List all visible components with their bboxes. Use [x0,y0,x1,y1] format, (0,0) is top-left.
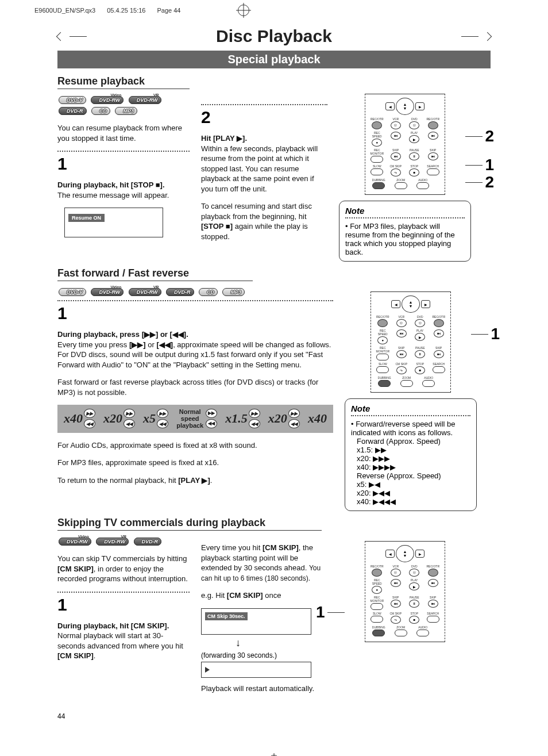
speed-x20: x20▶▶◀◀ [103,409,135,428]
callout-1: 1 [491,325,500,343]
ff-step1-num: 1 [57,305,333,322]
resume-step2-cancel: To cancel resuming and start disc playba… [201,201,327,241]
ff-heading: Fast forward / Fast reverse [57,267,253,281]
separator [57,592,190,593]
separator [201,104,327,105]
badge: VideoDVD-RW [91,288,124,296]
cmskip-label: CM Skip 30sec. [205,612,248,620]
speed-x40: x40▶▶◀◀ [64,409,95,428]
ff-para3: For Audio CDs, approximate speed is fixe… [57,440,333,451]
cmskip-step1-num: 1 [57,596,190,613]
resume-badges: DVD-V VideoDVD-RW VRDVD-RW DVD-R CD MP3 [57,94,190,116]
resume-on-display: Resume ON [64,208,163,237]
badge: VideoDVD-RW [59,538,91,546]
badge: DVD-R [166,288,194,296]
cmskip-badges: VideoDVD-RW VRDVD-RW DVD-R [57,535,190,546]
callout-1: 1 [316,603,325,621]
ff-para5: To return to the normal playback, hit [P… [57,475,333,486]
ff-step1-text: During playback, press [▶▶] or [◀◀]. Eve… [57,329,333,370]
note-speed: x5: ▶◀ [357,480,470,489]
chevron-right-icon [483,32,492,41]
resume-on-label: Resume ON [68,214,105,222]
cmskip-intro: You can skip TV commercials by hitting [… [57,554,190,584]
remote-illustration-3: ◀ ▲▼ ▶ REC/OTR VCR⦾ DVD⦾ REC/OTR REC SPE… [339,541,471,642]
resume-heading: Resume playback [57,75,190,89]
resume-step2: Hit [PLAY ▶].Within a few seconds, playb… [201,133,327,194]
callout-2b: 2 [485,173,494,191]
speed-x5: x5▶▶◀◀ [143,409,168,428]
resume-intro: You can resume playback from where you s… [57,123,190,143]
doc-filename: E9600UD_EN/SP.qx3 [34,7,95,14]
cmskip-restart: Playback will restart automatically. [201,684,327,694]
badge-dvdrw-vr: VRDVD-RW [129,96,161,104]
note-speed: x20: ▶◀◀ [357,489,470,497]
doc-timestamp: 05.4.25 15:16 [107,7,145,14]
note-speed: x40: ▶◀◀◀ [357,497,470,506]
badge-dvdrw-video: VideoDVD-RW [91,96,124,104]
badge: VRDVD-RW [96,538,129,546]
ff-para2: Fast forward or fast reverse playback ac… [57,377,333,397]
resume-step1: During playback, hit [STOP ■].The resume… [57,180,190,200]
remote-illustration-1: ◀ ▲▼ ▶ REC/OTR VCR⦾ DVD⦾ REC/OTR REC SPE… [339,94,471,195]
badge-cd: CD [91,107,110,115]
speed-x20b: x20▶▶◀◀ [268,409,300,428]
note-title: Note [345,206,465,216]
badge: DVD-R [134,538,162,546]
badge: VRDVD-RW [129,288,161,296]
chevron-left-icon [56,32,65,41]
speed-x40b: x40 [308,411,327,426]
subtitle-bar: Special playback [57,51,491,68]
cmskip-col2-p1: Every time you hit [CM SKIP], the playba… [201,543,327,583]
arrow-down-icon: ↓ [236,637,327,649]
cmskip-track [201,662,311,678]
registration-mark-icon [238,5,249,16]
doc-pageinfo: Page 44 [157,7,181,14]
note-speed: x40: ▶▶▶▶ [357,463,470,471]
cmskip-forward-label: (forwarding 30 seconds.) [201,651,327,659]
callout-2: 2 [485,127,494,145]
note-speed: x1.5: ▶▶ [357,446,470,454]
badge: CD [199,288,218,296]
ff-para4: For MP3 files, approximate speed is fixe… [57,458,333,468]
note-box-2: Note • Forward/reverse speed will be ind… [345,398,477,511]
cmskip-step1: During playback, hit [CM SKIP].Normal pl… [57,621,190,661]
badge-dvdv: DVD-V [59,96,86,104]
note-fwd-heading: Forward (Approx. Speed) [357,437,470,446]
note-title: Note [351,404,470,413]
note-line: • Forward/reverse speed will be indicate… [351,420,470,437]
badge: MP3 [222,288,245,296]
speed-normal: Normalspeedplayback▶▶◀◀ [176,408,217,429]
badge-dvdr: DVD-R [59,107,87,115]
ff-badges: DVD-V VideoDVD-RW VRDVD-RW DVD-R CD MP3 [57,286,333,297]
badge: DVD-V [59,288,86,296]
separator [57,300,333,301]
cmskip-display: CM Skip 30sec. [201,608,311,635]
note-rev-heading: Reverse (Approx. Speed) [357,471,470,480]
speed-x15: x1.5▶▶◀◀ [225,409,260,428]
play-icon [205,667,210,673]
badge-mp3: MP3 [115,107,137,115]
remote-illustration-2: ◀ ▲▼ ▶ REC/OTR VCR⦾ DVD⦾ REC/OTR REC SPE… [345,291,477,393]
note-text: • For MP3 files, playback will resume fr… [345,222,465,256]
callout-1: 1 [485,156,494,174]
cmskip-col2-p2: e.g. Hit [CM SKIP] once [201,590,327,601]
page-title: Disc Playback [92,26,456,46]
resume-step1-num: 1 [57,155,190,172]
cmskip-heading: Skipping TV commercials during playback [57,517,322,531]
resume-step2-num: 2 [201,109,327,126]
note-box-1: Note • For MP3 files, playback will resu… [339,201,471,262]
note-speed: x20: ▶▶▶ [357,454,470,463]
speed-diagram: x40▶▶◀◀ x20▶▶◀◀ x5▶▶◀◀ Normalspeedplayba… [57,405,333,432]
page-number: 44 [57,712,491,720]
separator [57,151,190,152]
